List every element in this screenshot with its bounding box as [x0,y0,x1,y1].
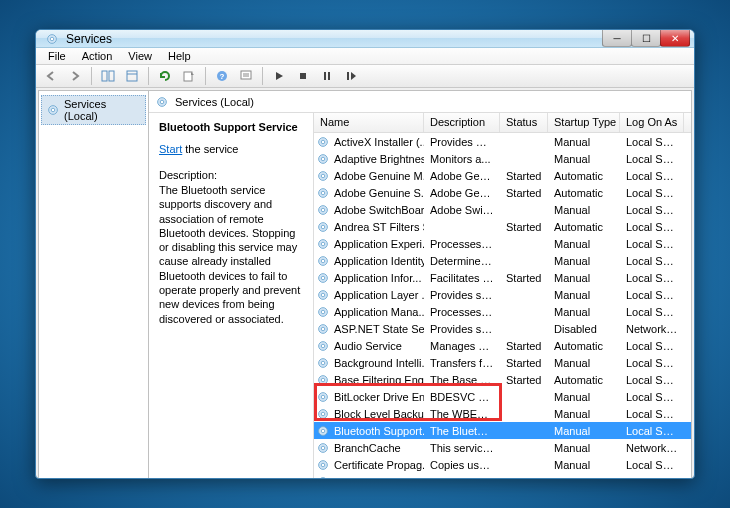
service-row[interactable]: Adobe Genuine S...Adobe Gen...StartedAut… [314,184,691,201]
service-logon-cell: Local Syste... [620,459,684,471]
service-icon [316,288,330,302]
refresh-button[interactable] [154,65,176,87]
service-row[interactable]: Andrea ST Filters S...StartedAutomaticLo… [314,218,691,235]
start-service-button[interactable] [268,65,290,87]
back-button[interactable] [40,65,62,87]
service-desc-cell: Provides Us... [424,136,500,148]
menu-help[interactable]: Help [160,48,199,64]
svg-point-21 [321,140,325,144]
service-startup-cell: Automatic [548,187,620,199]
service-row[interactable]: Audio ServiceManages au...StartedAutomat… [314,337,691,354]
service-name-cell: Application Mana... [334,306,424,318]
service-desc-cell: Determines ... [424,255,500,267]
service-row[interactable]: CNG Key IsolationThe CNG ke...StartedMan… [314,473,691,479]
service-icon [316,322,330,336]
service-startup-cell: Manual [548,255,620,267]
close-button[interactable]: ✕ [660,29,690,47]
service-desc-cell: Processes in... [424,306,500,318]
menu-action[interactable]: Action [74,48,121,64]
column-description[interactable]: Description [424,113,500,132]
service-name-cell: Certificate Propag... [334,459,424,471]
column-logon[interactable]: Log On As [620,113,684,132]
svg-point-60 [319,477,328,479]
service-startup-cell: Automatic [548,374,620,386]
column-startup[interactable]: Startup Type [548,113,620,132]
service-row[interactable]: Adaptive BrightnessMonitors a...ManualLo… [314,150,691,167]
svg-rect-9 [241,71,251,79]
service-row[interactable]: Application Infor...Facilitates t...Star… [314,269,691,286]
svg-point-31 [321,225,325,229]
service-row[interactable]: Application IdentityDetermines ...Manual… [314,252,691,269]
svg-point-45 [321,344,325,348]
service-name-cell: ASP.NET State Ser... [334,323,424,335]
service-icon [316,135,330,149]
description-text: The Bluetooth service supports discovery… [159,183,303,326]
service-icon [316,390,330,404]
column-name[interactable]: Name [314,113,424,132]
export-list-button[interactable] [178,65,200,87]
svg-text:?: ? [220,72,225,81]
service-icon [316,305,330,319]
service-desc-cell: Adobe Gen... [424,187,500,199]
svg-point-47 [321,361,325,365]
service-row[interactable]: ActiveX Installer (...Provides Us...Manu… [314,133,691,150]
titlebar[interactable]: Services ─ ☐ ✕ [36,30,694,48]
service-name-cell: BitLocker Drive En... [334,391,424,403]
service-logon-cell: Local Syste... [620,357,684,369]
service-row[interactable]: Bluetooth Support...The Bluetoo...Manual… [314,422,691,439]
help-button[interactable]: ? [211,65,233,87]
service-desc-cell: Adobe Swit... [424,204,500,216]
maximize-button[interactable]: ☐ [631,29,661,47]
svg-point-55 [321,429,325,433]
service-row[interactable]: Application Mana...Processes in...Manual… [314,303,691,320]
service-row[interactable]: Certificate Propag...Copies user ...Manu… [314,456,691,473]
service-logon-cell: Local Syste... [620,408,684,420]
menu-file[interactable]: File [40,48,74,64]
minimize-button[interactable]: ─ [602,29,632,47]
show-hide-tree-button[interactable] [97,65,119,87]
export-button[interactable] [121,65,143,87]
service-icon [316,458,330,472]
service-row[interactable]: ASP.NET State Ser...Provides su...Disabl… [314,320,691,337]
service-startup-cell: Manual [548,476,620,480]
grid-body[interactable]: ActiveX Installer (...Provides Us...Manu… [314,133,691,479]
service-status-cell: Started [500,170,548,182]
service-desc-cell: BDESVC hos... [424,391,500,403]
service-icon [316,152,330,166]
stop-service-button[interactable] [292,65,314,87]
forward-button[interactable] [64,65,86,87]
service-desc-cell: The WBEN... [424,408,500,420]
service-startup-cell: Manual [548,357,620,369]
svg-rect-15 [347,72,349,80]
service-icon [316,237,330,251]
service-row[interactable]: Adobe Genuine M...Adobe Gen...StartedAut… [314,167,691,184]
column-status[interactable]: Status [500,113,548,132]
service-row[interactable]: Base Filtering Engi...The Base Fil...Sta… [314,371,691,388]
svg-point-29 [321,208,325,212]
console-tree[interactable]: Services (Local) [39,91,149,479]
service-desc-cell: Monitors a... [424,153,500,165]
service-startup-cell: Manual [548,442,620,454]
service-icon [316,339,330,353]
start-service-suffix: the service [182,143,238,155]
service-row[interactable]: Application Experi...Processes a...Manua… [314,235,691,252]
result-pane-title: Services (Local) [175,96,254,108]
service-row[interactable]: BranchCacheThis service ...ManualNetwork… [314,439,691,456]
pause-service-button[interactable] [316,65,338,87]
service-row[interactable]: Application Layer ...Provides su...Manua… [314,286,691,303]
service-logon-cell: Local Service [620,289,684,301]
details-pane: Bluetooth Support Service Start the serv… [149,113,314,479]
service-logon-cell: Local Service [620,255,684,267]
restart-service-button[interactable] [340,65,362,87]
service-row[interactable]: Background Intelli...Transfers fil...Sta… [314,354,691,371]
service-row[interactable]: Adobe SwitchBoardAdobe Swit...ManualLoca… [314,201,691,218]
tree-item-services-local[interactable]: Services (Local) [41,95,146,125]
menu-view[interactable]: View [120,48,160,64]
service-icon [316,254,330,268]
window-title: Services [66,32,602,46]
service-row[interactable]: BitLocker Drive En...BDESVC hos...Manual… [314,388,691,405]
properties-button[interactable] [235,65,257,87]
service-row[interactable]: Block Level Backu...The WBEN...ManualLoc… [314,405,691,422]
service-name-cell: Adobe Genuine M... [334,170,424,182]
start-service-link[interactable]: Start [159,143,182,155]
